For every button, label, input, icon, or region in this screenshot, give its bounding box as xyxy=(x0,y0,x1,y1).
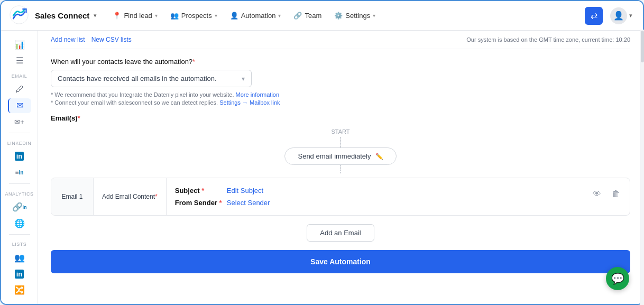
prospects-icon: 👥 xyxy=(170,12,179,20)
brand-chevron[interactable]: ▾ xyxy=(94,12,97,19)
timezone-note: Our system is based on the GMT time zone… xyxy=(466,36,630,43)
sidebar-divider-analytics xyxy=(9,183,30,184)
automation-chevron: ▾ xyxy=(278,13,281,19)
sidebar-item-globe-table[interactable]: 🌐 xyxy=(8,216,31,231)
sidebar-item-email-automation[interactable]: ✉ xyxy=(8,98,31,114)
scrollbar-thumb[interactable] xyxy=(641,31,644,62)
add-new-list-link[interactable]: Add new list xyxy=(51,36,85,43)
edit-subject-link[interactable]: Edit Subject xyxy=(227,187,263,195)
logo xyxy=(10,5,33,26)
content-area: Add new list New CSV lists Our system is… xyxy=(38,31,643,304)
nav-automation[interactable]: 👤 Automation ▾ xyxy=(225,8,287,23)
sidebar-item-lists-people[interactable]: 👥 xyxy=(8,250,31,265)
sidebar-section-analytics: ANALYTICS xyxy=(1,191,38,197)
main-layout: 📊 ☰ EMAIL 🖊 ✉ ✉+ LINKEDIN in ≡in ANALYTI… xyxy=(1,31,643,304)
send-email-edit-icon[interactable]: ✏️ xyxy=(375,153,383,160)
new-csv-lists-link[interactable]: New CSV lists xyxy=(91,36,132,43)
emails-required: * xyxy=(78,114,80,122)
more-info-link[interactable]: More information xyxy=(236,91,280,98)
flow-line-bottom xyxy=(341,165,341,173)
chat-widget[interactable]: 💬 xyxy=(606,267,629,290)
find-lead-chevron: ▾ xyxy=(155,13,158,19)
email-card-actions: 👁 🗑 xyxy=(583,178,630,215)
sidebar-section-linkedin: LINKEDIN xyxy=(1,141,38,146)
sidebar-item-chart[interactable]: 📊 xyxy=(8,37,31,52)
top-links-bar: Add new list New CSV lists Our system is… xyxy=(51,31,630,49)
avatar: 👤 xyxy=(610,7,627,24)
top-links-left: Add new list New CSV lists xyxy=(51,36,132,43)
info-notes: * We recommend that you Integrate the Da… xyxy=(51,91,630,106)
leave-automation-question: When will your contacts leave the automa… xyxy=(51,58,630,66)
save-automation-button[interactable]: Save Automation xyxy=(51,250,630,273)
topbar: Sales Connect ▾ 📍 Find lead ▾ 👥 Prospect… xyxy=(1,1,643,31)
sidebar-item-linkedin-in[interactable]: in xyxy=(8,149,31,164)
avatar-button[interactable]: 👤 ▾ xyxy=(608,5,634,26)
email-card-body: Subject * Edit Subject From Sender * Sel… xyxy=(167,178,583,215)
email-card-1: Email 1 Add Email Content* Subject * xyxy=(51,178,630,216)
delete-email-icon[interactable]: 🗑 xyxy=(609,187,623,201)
brand-name: Sales Connect xyxy=(35,11,89,20)
add-email-btn-container: Add an Email xyxy=(51,224,630,242)
emails-section-label: Email(s)* xyxy=(51,114,630,122)
add-email-button[interactable]: Add an Email xyxy=(307,224,374,242)
from-sender-label: From Sender * xyxy=(175,199,223,207)
sidebar-divider-lists xyxy=(9,234,30,235)
sidebar-divider-linkedin xyxy=(9,133,30,133)
settings-icon: ⚙️ xyxy=(334,12,343,20)
sidebar-item-menu[interactable]: ☰ xyxy=(8,53,31,69)
nav-settings[interactable]: ⚙️ Settings ▾ xyxy=(329,8,381,23)
subject-row: Subject * Edit Subject xyxy=(175,187,575,195)
sidebar-section-lists: LISTS xyxy=(1,242,38,247)
automation-icon: 👤 xyxy=(230,12,238,20)
leave-automation-dropdown[interactable]: Contacts have received all emails in the… xyxy=(51,70,252,87)
nav-team[interactable]: 🔗 Team xyxy=(288,8,327,23)
from-sender-row: From Sender * Select Sender xyxy=(175,199,575,207)
avatar-chevron: ▾ xyxy=(629,12,632,19)
email-auto-icon: ✉ xyxy=(16,100,23,110)
info-note-1: * We recommend that you Integrate the Da… xyxy=(51,91,630,98)
flow-start-label: START xyxy=(331,128,349,135)
find-lead-icon: 📍 xyxy=(113,12,121,20)
nav-find-lead[interactable]: 📍 Find lead ▾ xyxy=(107,8,162,23)
email-card-add[interactable]: Add Email Content* xyxy=(94,178,167,215)
switch-button[interactable]: ⇄ xyxy=(585,7,603,25)
sidebar-item-link-in[interactable]: 🔗in xyxy=(8,200,31,215)
emails-section: Email(s)* START Send email immediately ✏… xyxy=(51,114,630,273)
scrollbar[interactable] xyxy=(640,30,644,305)
topbar-right: ⇄ 👤 ▾ xyxy=(585,5,634,26)
nav-prospects[interactable]: 👥 Prospects ▾ xyxy=(165,8,223,23)
sidebar: 📊 ☰ EMAIL 🖊 ✉ ✉+ LINKEDIN in ≡in ANALYTI… xyxy=(1,31,38,304)
leave-automation-section: When will your contacts leave the automa… xyxy=(51,58,630,106)
team-icon: 🔗 xyxy=(293,12,302,20)
email-tab-label: Email 1 xyxy=(51,178,94,215)
sidebar-item-lists-linkedin[interactable]: in xyxy=(8,266,31,282)
add-content-label: Add Email Content* xyxy=(102,193,158,200)
sidebar-item-share[interactable]: 🔀 xyxy=(8,283,31,298)
settings-mailbox-link[interactable]: Settings → Mailbox link xyxy=(219,99,280,106)
flow-line-top xyxy=(341,137,341,147)
sidebar-section-email: EMAIL xyxy=(1,73,38,79)
leave-question-required: * xyxy=(192,58,195,66)
view-email-icon[interactable]: 👁 xyxy=(590,187,604,201)
flow-container: START Send email immediately ✏️ xyxy=(51,128,630,173)
sidebar-item-linkedin-auto[interactable]: ≡in xyxy=(8,165,31,180)
settings-chevron: ▾ xyxy=(373,13,375,19)
dropdown-chevron-icon: ▾ xyxy=(242,75,245,82)
send-email-box[interactable]: Send email immediately ✏️ xyxy=(284,147,396,165)
select-sender-link[interactable]: Select Sender xyxy=(227,199,270,207)
info-note-2: * Connect your email with salesconnect s… xyxy=(51,99,630,106)
sidebar-item-email-compose[interactable]: ✉+ xyxy=(8,114,31,130)
prospects-chevron: ▾ xyxy=(215,13,217,19)
sidebar-item-email-inbox[interactable]: 🖊 xyxy=(8,82,31,97)
subject-label: Subject * xyxy=(175,187,223,195)
